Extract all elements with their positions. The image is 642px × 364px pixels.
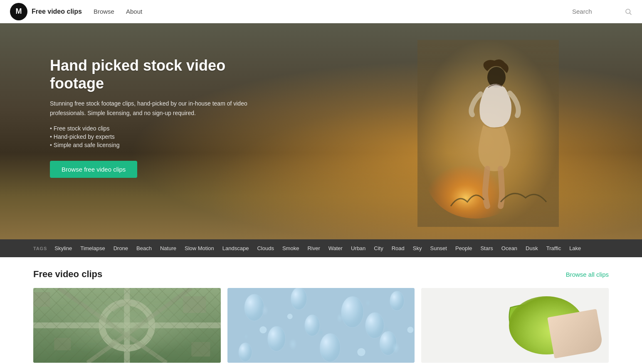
clip-card-rain[interactable] bbox=[227, 288, 415, 363]
svg-point-33 bbox=[562, 332, 566, 335]
search-icon bbox=[625, 8, 632, 15]
tag-road[interactable]: Road bbox=[392, 245, 405, 251]
tag-stars[interactable]: Stars bbox=[480, 245, 493, 251]
svg-point-32 bbox=[558, 325, 562, 330]
tag-ocean[interactable]: Ocean bbox=[501, 245, 517, 251]
tag-landscape[interactable]: Landscape bbox=[222, 245, 249, 251]
clip-card-lime[interactable] bbox=[421, 288, 609, 363]
svg-point-3 bbox=[426, 135, 526, 219]
tag-river[interactable]: River bbox=[307, 245, 320, 251]
tag-clouds[interactable]: Clouds bbox=[257, 245, 274, 251]
hero-description: Stunning free stock footage clips, hand-… bbox=[50, 99, 249, 118]
feature-item-1: Free stock video clips bbox=[50, 124, 249, 133]
feature-item-2: Hand-picked by experts bbox=[50, 133, 249, 141]
tags-label: TAGS bbox=[33, 246, 47, 251]
site-header: M Free video clips Browse About bbox=[0, 0, 642, 23]
clips-section: Free video clips Browse all clips bbox=[0, 257, 642, 364]
tag-timelapse[interactable]: Timelapse bbox=[80, 245, 105, 251]
main-nav: Browse About bbox=[94, 8, 142, 15]
clips-header: Free video clips Browse all clips bbox=[33, 269, 609, 280]
logo-letter: M bbox=[16, 7, 22, 16]
clips-grid bbox=[33, 288, 609, 363]
tag-city[interactable]: City bbox=[374, 245, 383, 251]
browse-cta-button[interactable]: Browse free video clips bbox=[50, 161, 137, 178]
browse-all-link[interactable]: Browse all clips bbox=[566, 271, 609, 278]
search-input[interactable] bbox=[572, 8, 622, 15]
hero-content: Hand picked stock video footage Stunning… bbox=[0, 23, 249, 178]
logo-icon: M bbox=[10, 3, 27, 20]
tag-urban[interactable]: Urban bbox=[351, 245, 365, 251]
clips-section-title: Free video clips bbox=[33, 269, 102, 280]
logo-text: Free video clips bbox=[32, 8, 82, 15]
logo-link[interactable]: M Free video clips bbox=[10, 3, 82, 20]
hero-title: Hand picked stock video footage bbox=[50, 57, 249, 92]
hero-figure bbox=[417, 40, 559, 227]
nav-about[interactable]: About bbox=[126, 8, 142, 15]
tag-beach[interactable]: Beach bbox=[136, 245, 152, 251]
tag-people[interactable]: People bbox=[455, 245, 472, 251]
tag-skyline[interactable]: Skyline bbox=[54, 245, 72, 251]
tags-bar: TAGS Skyline Timelapse Drone Beach Natur… bbox=[0, 239, 642, 257]
search-area bbox=[572, 8, 632, 15]
tag-water[interactable]: Water bbox=[328, 245, 343, 251]
feature-item-3: Simple and safe licensing bbox=[50, 141, 249, 149]
svg-line-1 bbox=[630, 13, 631, 15]
hero-feature-list: Free stock video clips Hand-picked by ex… bbox=[50, 124, 249, 149]
svg-point-35 bbox=[575, 327, 580, 332]
tag-sunset[interactable]: Sunset bbox=[430, 245, 447, 251]
tag-drone[interactable]: Drone bbox=[114, 245, 128, 251]
hero-section: Hand picked stock video footage Stunning… bbox=[0, 23, 642, 239]
svg-point-34 bbox=[567, 324, 570, 327]
tag-traffic[interactable]: Traffic bbox=[546, 245, 561, 251]
tag-sky[interactable]: Sky bbox=[413, 245, 422, 251]
tag-slow-motion[interactable]: Slow Motion bbox=[185, 245, 214, 251]
tag-smoke[interactable]: Smoke bbox=[282, 245, 299, 251]
tag-nature[interactable]: Nature bbox=[160, 245, 176, 251]
tag-lake[interactable]: Lake bbox=[569, 245, 581, 251]
svg-point-0 bbox=[626, 9, 630, 14]
tag-dusk[interactable]: Dusk bbox=[526, 245, 538, 251]
nav-browse[interactable]: Browse bbox=[94, 8, 114, 15]
clip-card-aerial[interactable] bbox=[33, 288, 221, 363]
tags-list: Skyline Timelapse Drone Beach Nature Slo… bbox=[54, 245, 581, 251]
